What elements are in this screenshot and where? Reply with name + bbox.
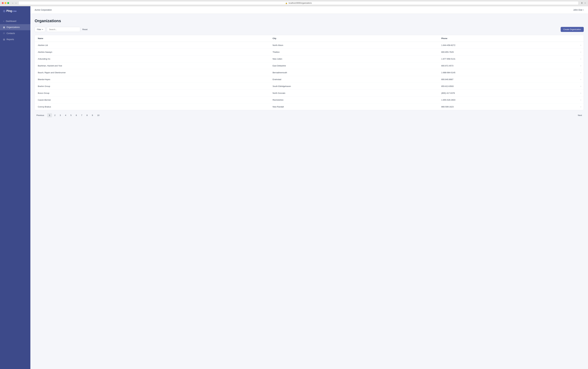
cell-phone: 866-599-1623 <box>438 103 577 110</box>
cell-name: Abshire-Sawayn <box>35 49 270 55</box>
sidebar-item-dashboard[interactable]: ○ Dashboard <box>0 18 30 24</box>
page-number-2[interactable]: 2 <box>52 113 57 117</box>
forward-button[interactable]: › <box>15 1 17 5</box>
sidebar-nav: ○ Dashboard ▦ Organizations ⚇ Contacts ▤… <box>0 18 30 42</box>
table-row[interactable]: Conroy-Brakus New Randall 866-599-1623 › <box>35 103 584 110</box>
row-chevron-icon: › <box>577 69 584 76</box>
column-header-name: Name <box>35 35 270 42</box>
filter-button[interactable]: Filter ▾ <box>35 27 45 32</box>
sidebar-item-contacts[interactable]: ⚇ Contacts <box>0 30 30 36</box>
reports-icon: ▤ <box>3 38 5 41</box>
cell-phone: 800.640.8687 <box>438 76 577 83</box>
sidebar: ◎ PingCRM ○ Dashboard ▦ Organizations ⚇ … <box>0 6 30 369</box>
page-number-9[interactable]: 9 <box>90 113 95 117</box>
table-row[interactable]: Boehm Group South Eldridgehaven 855-813-… <box>35 83 584 90</box>
filter-chevron-icon: ▾ <box>42 29 43 30</box>
next-button[interactable]: Next <box>576 113 584 117</box>
back-button[interactable]: ‹ <box>11 1 14 5</box>
organizations-icon: ▦ <box>3 26 5 28</box>
filter-label: Filter <box>37 28 41 31</box>
main: Acme Corporation John Doe ▾ Organization… <box>30 6 588 369</box>
address-bar[interactable]: 🔒 localhost:8000/organizations <box>18 1 578 5</box>
table-row[interactable]: Ankunding Inc New Julien 1-877-958-5131 … <box>35 55 584 62</box>
table-row[interactable]: Abshire-Sawayn Thielton 800-855-7629 › <box>35 49 584 55</box>
cell-city: Erwinstad <box>270 76 438 83</box>
page-number-4[interactable]: 4 <box>63 113 68 117</box>
sidebar-item-label: Dashboard <box>6 20 16 22</box>
dashboard-icon: ○ <box>3 20 4 22</box>
toolbar: Filter ▾ Reset Create Organization <box>35 27 584 32</box>
page-numbers: 12345678910 <box>47 113 101 117</box>
pagination: Previous 12345678910 Next <box>35 113 584 117</box>
table-row[interactable]: Bauch, Rippin and Oberbrunner Bernadinem… <box>35 69 584 76</box>
table-row[interactable]: Cassin-Bernier Reichelshire 1-855-528-26… <box>35 96 584 103</box>
page-number-6[interactable]: 6 <box>74 113 79 117</box>
cell-name: Blanda-Hayes <box>35 76 270 83</box>
row-chevron-icon: › <box>577 49 584 55</box>
row-chevron-icon: › <box>577 90 584 96</box>
traffic-lights <box>2 2 9 4</box>
search-input[interactable] <box>47 27 80 32</box>
page-number-7[interactable]: 7 <box>79 113 84 117</box>
cell-city: North Gonzalo <box>270 90 438 96</box>
sidebar-item-label: Organizations <box>7 26 20 28</box>
cell-name: Bosco Group <box>35 90 270 96</box>
column-header-city: City <box>270 35 438 42</box>
company-name: Acme Corporation <box>35 9 52 11</box>
user-menu[interactable]: John Doe ▾ <box>573 9 584 11</box>
app: ◎ PingCRM ○ Dashboard ▦ Organizations ⚇ … <box>0 6 588 369</box>
minimize-button[interactable] <box>5 2 6 4</box>
share-button[interactable]: ⬆ <box>581 2 583 4</box>
topbar: Acme Corporation John Doe ▾ <box>30 6 588 14</box>
page-number-8[interactable]: 8 <box>85 113 89 117</box>
logo-name: PingCRM <box>6 10 17 13</box>
cell-phone: 1-877-958-5131 <box>438 55 577 62</box>
row-chevron-icon: › <box>577 62 584 69</box>
sidebar-item-label: Reports <box>7 38 14 41</box>
table-row[interactable]: Abshire Ltd North Alison 1-844-458-8272 … <box>35 42 584 49</box>
contacts-icon: ⚇ <box>3 32 5 34</box>
cell-phone: 1-844-458-8272 <box>438 42 577 49</box>
new-tab-button[interactable]: ＋ <box>584 2 586 4</box>
user-chevron-icon: ▾ <box>583 9 584 11</box>
page-number-5[interactable]: 5 <box>69 113 73 117</box>
cell-name: Boehm Group <box>35 83 270 90</box>
cell-phone: 1-888-984-0145 <box>438 69 577 76</box>
page-title: Organizations <box>35 19 584 23</box>
create-organization-button[interactable]: Create Organization <box>561 27 584 32</box>
cell-city: Thielton <box>270 49 438 55</box>
cell-phone: 800.972.4573 <box>438 62 577 69</box>
browser-chrome: ‹ › 🔒 localhost:8000/organizations ⬆ ＋ <box>0 0 588 6</box>
table-header-row: Name City Phone <box>35 35 584 42</box>
cell-name: Cassin-Bernier <box>35 96 270 103</box>
table-row[interactable]: Bosco Group North Gonzalo (800) 417-6378… <box>35 90 584 96</box>
maximize-button[interactable] <box>7 2 9 4</box>
sidebar-item-reports[interactable]: ▤ Reports <box>0 36 30 42</box>
cell-city: South Eldridgehaven <box>270 83 438 90</box>
sidebar-item-organizations[interactable]: ▦ Organizations <box>0 24 30 30</box>
previous-button[interactable]: Previous <box>35 113 46 117</box>
page-number-1[interactable]: 1 <box>47 113 52 117</box>
close-button[interactable] <box>2 2 4 4</box>
row-chevron-icon: › <box>577 83 584 90</box>
cell-city: Bernadinemouth <box>270 69 438 76</box>
row-chevron-icon: › <box>577 76 584 83</box>
cell-name: Abshire Ltd <box>35 42 270 49</box>
row-chevron-icon: › <box>577 55 584 62</box>
cell-phone: 1-855-528-2603 <box>438 96 577 103</box>
url-text: localhost:8000/organizations <box>289 2 312 4</box>
logo: ◎ PingCRM <box>0 6 30 16</box>
reset-button[interactable]: Reset <box>82 27 88 32</box>
cell-city: East Deltashire <box>270 62 438 69</box>
table-row[interactable]: Blanda-Hayes Erwinstad 800.640.8687 › <box>35 76 584 83</box>
logo-crm: CRM <box>12 10 17 12</box>
row-chevron-icon: › <box>577 96 584 103</box>
cell-phone: (800) 417-6378 <box>438 90 577 96</box>
page-number-10[interactable]: 10 <box>95 113 101 117</box>
table-row[interactable]: Bashirian, Hackett and Yost East Deltash… <box>35 62 584 69</box>
column-header-actions <box>577 35 584 42</box>
cell-name: Conroy-Brakus <box>35 103 270 110</box>
cell-phone: 800-855-7629 <box>438 49 577 55</box>
page-number-3[interactable]: 3 <box>58 113 63 117</box>
nav-buttons: ‹ › <box>11 1 17 5</box>
